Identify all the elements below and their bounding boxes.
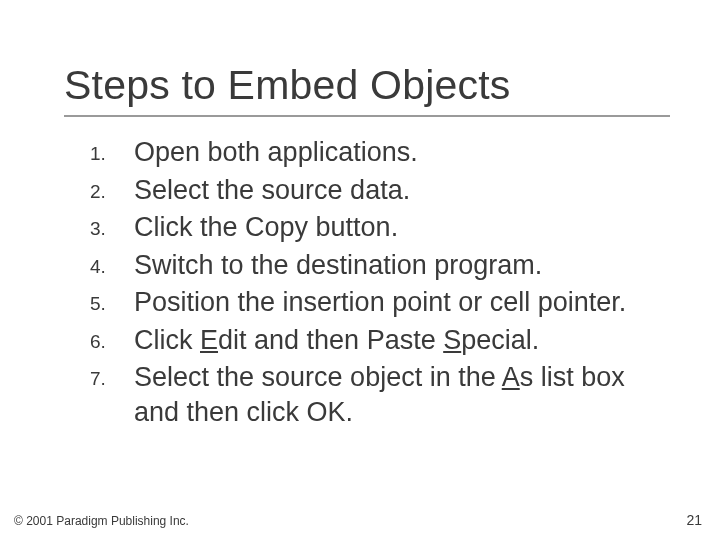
slide-title: Steps to Embed Objects [64,62,670,109]
step-item: Open both applications. [134,135,670,170]
step-item: Select the source object in the As list … [134,360,670,429]
step-item: Switch to the destination program. [134,248,670,283]
title-divider [64,115,670,117]
step-item: Click Edit and then Paste Special. [134,323,670,358]
step-item: Click the Copy button. [134,210,670,245]
footer-copyright: © 2001 Paradigm Publishing Inc. [14,514,189,528]
step-item: Select the source data. [134,173,670,208]
slide: Steps to Embed Objects Open both applica… [0,0,720,540]
step-item: Position the insertion point or cell poi… [134,285,670,320]
footer-page-number: 21 [686,512,702,528]
steps-list: Open both applications. Select the sourc… [64,135,670,429]
